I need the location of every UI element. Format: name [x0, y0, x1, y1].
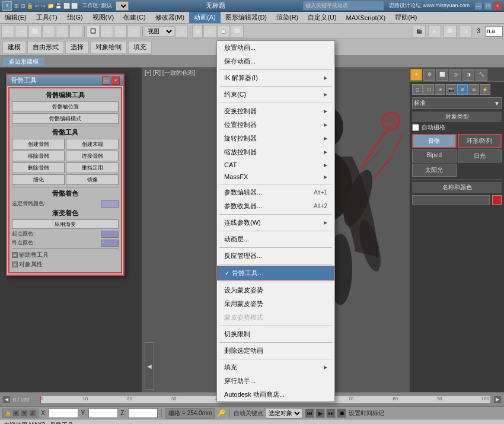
display-tab-icon[interactable]: ◑ — [462, 69, 474, 81]
named-select[interactable]: ▦ — [192, 25, 203, 38]
start-color-swatch[interactable] — [101, 231, 119, 238]
select-button[interactable]: ⬜ — [28, 25, 42, 38]
close-button[interactable]: × — [493, 2, 502, 10]
activeshade-btn[interactable]: ◑ — [459, 25, 472, 38]
move-button[interactable]: ✛ — [42, 25, 55, 38]
auto-grid-checkbox[interactable] — [412, 124, 419, 131]
menu-autodesk-store[interactable]: Autodesk 动画商店... — [217, 388, 334, 401]
menu-param-editor[interactable]: 参数编辑器... Alt+1 — [217, 186, 334, 199]
menu-item-group[interactable]: 组(G) — [62, 12, 88, 23]
selection-dropdown[interactable]: 选定对象 — [266, 408, 302, 419]
reassign-btn[interactable]: 重指定用 — [66, 162, 119, 173]
name-input-field[interactable] — [412, 195, 490, 205]
menu-reaction-mgr[interactable]: 反应管理器... — [217, 249, 334, 263]
color-swatch[interactable] — [492, 195, 502, 205]
redo-button[interactable]: ↪ — [15, 25, 28, 38]
helper-icon[interactable]: ⊕ — [457, 84, 468, 95]
reference-mode[interactable]: ◫ — [175, 25, 188, 38]
light-icon[interactable]: ☀ — [435, 84, 445, 95]
rotate-button[interactable]: ↻ — [56, 25, 69, 38]
menu-toggle-limit[interactable]: 切换限制 — [217, 327, 334, 341]
window-cross-btn[interactable]: ⬜ — [231, 25, 244, 38]
snap-angle[interactable]: ∠ — [100, 25, 113, 38]
smooth-tools-expand[interactable]: + 辅助整工具 — [12, 251, 119, 259]
menu-delete-anim[interactable]: 删除选定动画 — [217, 344, 334, 358]
coord-icon-1[interactable]: X — [12, 410, 20, 417]
refine-btn[interactable]: 细化 — [12, 174, 65, 185]
viewport-tab-polygon[interactable]: 多边形建模 — [2, 57, 45, 66]
selected-color-swatch[interactable] — [101, 200, 119, 208]
obj-type-sunlight[interactable]: 太阳光 — [412, 164, 457, 177]
menu-item-modifier[interactable]: 修改器(M) — [151, 12, 190, 23]
menu-item-animation[interactable]: 动画(A) — [189, 12, 221, 23]
modify-tab-icon[interactable]: ⚙ — [423, 69, 435, 81]
bone-dialog-minimize[interactable]: — — [102, 76, 110, 85]
geom-icon[interactable]: ◻ — [412, 84, 423, 95]
scale-button[interactable]: ⬡ — [69, 25, 82, 38]
apply-gradient-btn[interactable]: 应用渐变 — [12, 219, 119, 229]
stop-btn[interactable]: ⏹ — [337, 409, 346, 418]
undo-button[interactable]: ↩ — [1, 25, 14, 38]
prev-key-btn[interactable]: ⏮ — [305, 409, 314, 418]
camera-icon[interactable]: 📷 — [446, 84, 457, 95]
mirror-btn[interactable]: 镜像 — [66, 174, 119, 185]
menu-scale-ctrl[interactable]: 缩放控制器 ▶ — [217, 145, 334, 159]
menu-save-anim[interactable]: 保存动画... — [217, 55, 334, 68]
menu-bone-tools[interactable]: ✓ 骨骼工具... — [217, 266, 334, 280]
bone-edit-mode-btn[interactable]: 骨骼编辑模式 — [12, 113, 119, 124]
menu-item-tools[interactable]: 工具(T) — [31, 12, 62, 23]
menu-populate[interactable]: 穿行助手... — [217, 374, 334, 388]
workspace-select[interactable] — [116, 1, 129, 11]
menu-constraints[interactable]: 约束(C) ▶ — [217, 88, 334, 101]
menu-fill[interactable]: 填充 ▶ — [217, 361, 334, 374]
menu-ik-solver[interactable]: IK 解算器(I) ▶ — [217, 71, 334, 85]
snap-toggle[interactable]: 🔲 — [87, 25, 100, 38]
connect-bones-btn[interactable]: 连接骨骼 — [66, 151, 119, 161]
sec-btn-paint[interactable]: 对象绘制 — [90, 41, 127, 54]
menu-use-skin[interactable]: 采用蒙皮姿势 — [217, 297, 334, 311]
z-input[interactable] — [128, 409, 158, 418]
sec-btn-populate[interactable]: 填充 — [128, 41, 152, 54]
menu-item-create[interactable]: 创建(C) — [119, 12, 150, 23]
menu-item-view[interactable]: 视图(V) — [88, 12, 119, 23]
sec-btn-select[interactable]: 选择 — [65, 41, 89, 54]
menu-transform-ctrl[interactable]: 变换控制器 ▶ — [217, 104, 334, 118]
coord-icon-2[interactable]: Y — [21, 410, 28, 417]
menu-set-skin[interactable]: 设为蒙皮姿势 — [217, 283, 334, 297]
play-btn[interactable]: ▶ — [315, 409, 325, 418]
filter-btn[interactable]: ⊞ — [203, 25, 216, 38]
obj-type-ring[interactable]: 环形/阵列 — [458, 134, 502, 148]
hierarchy-tab-icon[interactable]: ⬜ — [436, 69, 448, 81]
utils-tab-icon[interactable]: 🔧 — [476, 69, 487, 81]
menu-cat[interactable]: CAT ▶ — [217, 159, 334, 171]
next-key-btn[interactable]: ⏭ — [326, 409, 336, 418]
render-btn[interactable]: ▶ — [428, 25, 441, 38]
obj-props-expand[interactable]: + 对象属性 — [12, 260, 119, 269]
menu-massfx[interactable]: MassFX ▶ — [217, 171, 334, 183]
next-frame-btn[interactable]: ▶ — [493, 396, 502, 404]
menu-item-help[interactable]: 帮助(H) — [390, 12, 422, 23]
renderframe-btn[interactable]: ⬜ — [444, 25, 457, 38]
menu-rot-ctrl[interactable]: 旋转控制器 ▶ — [217, 132, 334, 145]
bone-axis-btn[interactable]: 骨骼轴位置 — [12, 101, 119, 112]
shape-icon[interactable]: ⬡ — [423, 84, 434, 95]
obj-type-bone[interactable]: 骨骼 — [412, 134, 457, 148]
system-icon[interactable]: ⚡ — [480, 84, 490, 95]
menu-item-custom[interactable]: 自定义(U) — [303, 12, 341, 23]
spacewarp-icon[interactable]: ≋ — [468, 84, 479, 95]
remove-bone-btn[interactable]: 移除骨骼 — [12, 151, 65, 161]
menu-item-graph[interactable]: 图形编辑器(D) — [221, 12, 272, 23]
delete-bone-btn[interactable]: 删除骨骼 — [12, 162, 65, 173]
menu-item-maxscript[interactable]: MAXScript(X) — [342, 12, 391, 23]
menu-anim-layers[interactable]: 动画层... — [217, 232, 334, 246]
menu-item-edit[interactable]: 编辑(E) — [0, 12, 31, 23]
render-setup-btn[interactable]: 🎬 — [413, 25, 426, 38]
by-name-btn[interactable]: 📋 — [217, 25, 230, 38]
spinner-snap[interactable]: ⑆ — [127, 25, 141, 38]
menu-item-render[interactable]: 渲染(R) — [272, 12, 303, 23]
menu-pos-ctrl[interactable]: 位置控制器 ▶ — [217, 118, 334, 132]
menu-move-anim[interactable]: 放置动画... — [217, 41, 334, 55]
category-dropdown[interactable]: 标准 ▼ — [412, 97, 502, 109]
sec-btn-modeling[interactable]: 建模 — [2, 41, 26, 54]
motion-tab-icon[interactable]: ◎ — [449, 69, 461, 81]
